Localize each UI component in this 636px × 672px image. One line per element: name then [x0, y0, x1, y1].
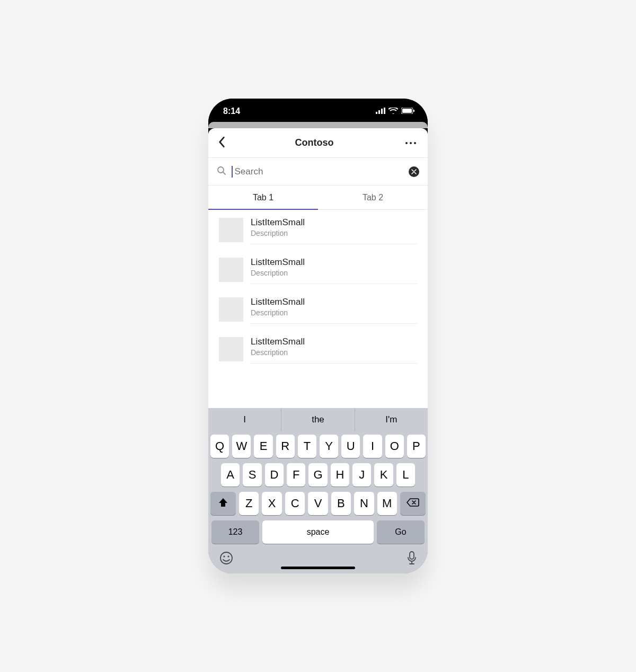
shift-icon — [218, 497, 228, 510]
svg-rect-3 — [384, 108, 385, 114]
key-c[interactable]: C — [285, 492, 305, 515]
svg-point-10 — [223, 555, 225, 557]
key-o[interactable]: O — [385, 435, 404, 458]
suggestion-2[interactable]: the — [281, 408, 355, 431]
search-icon — [217, 166, 226, 178]
key-p[interactable]: P — [407, 435, 426, 458]
cellular-icon — [376, 107, 385, 116]
tab-2[interactable]: Tab 2 — [318, 185, 428, 209]
svg-rect-6 — [413, 110, 414, 112]
svg-point-11 — [227, 555, 229, 557]
more-icon — [414, 142, 416, 144]
home-indicator[interactable] — [281, 567, 355, 569]
status-indicators — [376, 107, 415, 116]
suggestion-1[interactable]: I — [208, 408, 281, 431]
key-n[interactable]: N — [354, 492, 374, 515]
list-item-title: ListItemSmall — [251, 257, 417, 268]
more-button[interactable] — [402, 140, 419, 146]
key-x[interactable]: X — [262, 492, 281, 515]
svg-rect-0 — [376, 112, 377, 114]
key-shift[interactable] — [210, 492, 236, 515]
suggestion-3[interactable]: I'm — [355, 408, 428, 431]
more-icon — [410, 142, 412, 144]
list-item-description: Description — [251, 348, 417, 357]
key-m[interactable]: M — [377, 492, 397, 515]
key-j[interactable]: J — [352, 463, 371, 487]
key-d[interactable]: D — [265, 463, 284, 487]
key-e[interactable]: E — [254, 435, 272, 458]
status-time: 8:14 — [223, 107, 240, 116]
key-a[interactable]: A — [221, 463, 240, 487]
key-t[interactable]: T — [298, 435, 316, 458]
key-f[interactable]: F — [287, 463, 305, 487]
battery-icon — [401, 107, 415, 116]
list-item-title: ListItemSmall — [251, 297, 417, 307]
svg-point-7 — [218, 167, 224, 173]
list-item-title: ListItemSmall — [251, 217, 417, 228]
svg-point-9 — [220, 552, 232, 564]
list-item[interactable]: ListItemSmall Description — [208, 210, 428, 250]
svg-line-8 — [223, 172, 225, 174]
key-q[interactable]: Q — [210, 435, 229, 458]
back-button[interactable] — [217, 136, 226, 150]
list-item-thumbnail — [219, 218, 243, 242]
search-input[interactable] — [235, 165, 404, 178]
key-g[interactable]: G — [308, 463, 327, 487]
modal-backdrop — [208, 122, 428, 128]
result-list: ListItemSmall Description ListItemSmall … — [208, 210, 428, 408]
svg-rect-1 — [378, 110, 380, 114]
list-item-description: Description — [251, 308, 417, 317]
text-cursor — [232, 166, 233, 178]
key-b[interactable]: B — [331, 492, 351, 515]
list-item[interactable]: ListItemSmall Description — [208, 329, 428, 369]
list-item-description: Description — [251, 229, 417, 237]
key-l[interactable]: L — [396, 463, 415, 487]
key-r[interactable]: R — [276, 435, 295, 458]
svg-rect-12 — [410, 552, 414, 559]
key-go[interactable]: Go — [377, 520, 425, 544]
keyboard: I the I'm Q W E R T Y U I O P A — [208, 408, 428, 573]
list-item-description: Description — [251, 269, 417, 277]
nav-bar: Contoso — [208, 128, 428, 158]
key-numeric[interactable]: 123 — [211, 520, 259, 544]
list-item-thumbnail — [219, 258, 243, 282]
list-item-thumbnail — [219, 337, 243, 361]
content-sheet: Contoso Tab 1 Tab 2 — [208, 128, 428, 573]
phone-frame: 8:14 Contoso — [208, 99, 428, 573]
key-s[interactable]: S — [243, 463, 261, 487]
key-space[interactable]: space — [262, 520, 374, 544]
svg-rect-2 — [381, 109, 383, 114]
key-k[interactable]: K — [374, 463, 393, 487]
close-icon — [411, 167, 417, 176]
list-item-thumbnail — [219, 297, 243, 322]
key-i[interactable]: I — [363, 435, 382, 458]
key-h[interactable]: H — [331, 463, 349, 487]
emoji-button[interactable] — [219, 551, 234, 568]
keyboard-suggestions: I the I'm — [208, 408, 428, 431]
backspace-icon — [407, 497, 419, 510]
key-y[interactable]: Y — [320, 435, 338, 458]
wifi-icon — [388, 107, 398, 116]
tab-1[interactable]: Tab 1 — [208, 185, 318, 209]
mic-button[interactable] — [407, 551, 417, 568]
page-title: Contoso — [295, 137, 334, 148]
list-item[interactable]: ListItemSmall Description — [208, 289, 428, 329]
svg-rect-5 — [402, 109, 412, 113]
list-item[interactable]: ListItemSmall Description — [208, 250, 428, 289]
search-bar[interactable] — [208, 158, 428, 185]
more-icon — [405, 142, 408, 144]
key-v[interactable]: V — [308, 492, 328, 515]
key-u[interactable]: U — [341, 435, 360, 458]
list-item-title: ListItemSmall — [251, 337, 417, 347]
key-w[interactable]: W — [232, 435, 251, 458]
key-z[interactable]: Z — [239, 492, 259, 515]
status-bar: 8:14 — [208, 99, 428, 124]
tab-bar: Tab 1 Tab 2 — [208, 185, 428, 210]
key-backspace[interactable] — [400, 492, 426, 515]
clear-search-button[interactable] — [409, 166, 419, 177]
